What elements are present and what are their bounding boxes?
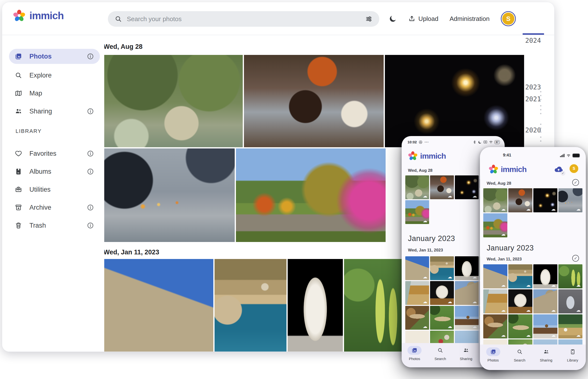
photo-thumbnail-plant[interactable]: [344, 259, 402, 352]
photo-thumbnail-plant[interactable]: [558, 264, 582, 288]
info-icon[interactable]: [87, 204, 94, 211]
nav-item-library[interactable]: Library: [559, 347, 586, 362]
info-icon[interactable]: [87, 108, 94, 115]
photo-thumbnail-bust[interactable]: [533, 264, 557, 288]
timeline-tick-dots: [540, 137, 541, 144]
bottom-navigation-bar: Photos Search Sharing Library: [480, 345, 586, 370]
photo-thumbnail-zoo[interactable]: [483, 188, 507, 212]
select-all-check-icon[interactable]: ✓: [572, 179, 579, 186]
administration-label: Administration: [449, 15, 490, 23]
search-input[interactable]: [127, 15, 360, 23]
nav-item-photos[interactable]: Photos: [480, 347, 506, 362]
nav-item-photos[interactable]: Photos: [402, 346, 427, 361]
nav-icon-slot: [539, 347, 553, 356]
immich-flower-icon: [408, 151, 418, 161]
photo-thumbnail-zoo[interactable]: [405, 175, 429, 199]
user-avatar[interactable]: S: [501, 11, 516, 26]
timeline-year-2024[interactable]: 2024: [522, 37, 544, 44]
wifi-icon: [566, 153, 571, 158]
theme-toggle-moon-icon[interactable]: [389, 15, 397, 23]
photo-thumbnail-autumn[interactable]: [483, 213, 507, 237]
sidebar-item-photos[interactable]: Photos: [9, 49, 100, 64]
immich-logo: immich: [408, 151, 446, 161]
photo-thumbnail-lizard1[interactable]: [405, 306, 429, 330]
month-header: January 2023: [487, 244, 534, 253]
photo-thumbnail-beach[interactable]: [483, 289, 507, 313]
nav-item-search[interactable]: Search: [506, 347, 533, 362]
photo-thumbnail-castle[interactable]: [104, 259, 213, 352]
signal-bars-icon: [560, 154, 564, 157]
photo-thumbnail-dinner[interactable]: [430, 175, 454, 199]
photo-thumbnail-bust[interactable]: [455, 256, 479, 280]
brand-name: immich: [420, 152, 446, 161]
administration-link[interactable]: Administration: [449, 15, 490, 23]
sidebar-item-map[interactable]: Map: [9, 86, 100, 101]
nav-label: Search: [514, 358, 525, 362]
photo-thumbnail-zoo[interactable]: [104, 55, 243, 147]
photo-thumbnail-castle[interactable]: [483, 264, 507, 288]
nav-item-sharing[interactable]: Sharing: [533, 347, 559, 362]
bluetooth-icon: [473, 140, 477, 144]
photo-thumbnail-coast[interactable]: [215, 259, 286, 352]
sidebar-item-explore[interactable]: Explore: [9, 68, 100, 83]
photo-thumbnail-coast[interactable]: [508, 264, 532, 288]
photo-thumbnail-beach[interactable]: [405, 281, 429, 305]
sidebar-item-albums[interactable]: Albums: [9, 164, 100, 179]
nav-label: Search: [434, 357, 446, 361]
search-filter-icon[interactable]: [365, 15, 372, 23]
photo-thumbnail-lizard2[interactable]: [430, 306, 454, 330]
photo-thumbnail-lizard1[interactable]: [483, 314, 507, 338]
sidebar-item-archive[interactable]: Archive: [9, 200, 100, 215]
nav-label: Library: [567, 358, 578, 362]
nav-icon-slot: [566, 347, 580, 356]
info-icon[interactable]: [87, 150, 94, 157]
photo-thumbnail-fireworks[interactable]: [455, 175, 479, 199]
search-bar[interactable]: [108, 11, 379, 27]
sidebar-navigation: Photos Explore Map Sharing LIBRARY Favor…: [2, 35, 104, 351]
select-all-check-icon[interactable]: ✓: [572, 255, 579, 262]
date-group-header: Wed, Jan 11, 2023: [104, 249, 159, 256]
sidebar-item-label: Albums: [29, 168, 79, 175]
nav-item-sharing[interactable]: Sharing: [453, 346, 479, 361]
photo-thumbnail-autumn[interactable]: [236, 148, 386, 242]
photo-thumbnail-fireworks[interactable]: [533, 188, 557, 212]
photo-thumbnail-lizard2[interactable]: [508, 314, 532, 338]
backup-cloud-icon[interactable]: ✓: [554, 164, 563, 174]
photo-thumbnail-ruins[interactable]: [533, 289, 557, 313]
photo-thumbnail-farm[interactable]: [558, 314, 582, 338]
photo-thumbnail-hands[interactable]: [558, 188, 582, 212]
photo-thumbnail-church[interactable]: [533, 314, 557, 338]
photo-thumbnail-ornament[interactable]: [558, 289, 582, 313]
upload-button[interactable]: Upload: [408, 15, 438, 23]
active-pill: [486, 347, 500, 356]
map-icon: [15, 90, 22, 97]
avatar-initial: S: [506, 15, 510, 23]
sidebar-item-utilities[interactable]: Utilities: [9, 182, 100, 197]
info-icon[interactable]: [87, 222, 94, 229]
photo-thumbnail-sculpt[interactable]: [430, 281, 454, 305]
photo-thumbnail-autumn[interactable]: [405, 200, 429, 224]
immich-logo[interactable]: immich: [13, 9, 64, 22]
photo-thumbnail-dinner[interactable]: [508, 188, 532, 212]
photo-thumbnail-bust[interactable]: [288, 259, 343, 352]
photo-thumbnail-coast[interactable]: [430, 256, 454, 280]
user-avatar[interactable]: S: [569, 163, 579, 174]
sidebar-item-sharing[interactable]: Sharing: [9, 104, 100, 119]
photo-thumbnail-castle[interactable]: [405, 256, 429, 280]
info-icon[interactable]: [87, 168, 94, 175]
top-navigation-bar: immich Upload Administration S: [2, 2, 554, 35]
timeline-year-2023[interactable]: 2023: [522, 83, 544, 91]
nav-item-search[interactable]: Search: [427, 346, 453, 361]
sidebar-item-favorites[interactable]: Favorites: [9, 146, 100, 161]
photo-thumbnail-ruins[interactable]: [455, 281, 479, 305]
photo-row: [104, 259, 402, 352]
photo-thumbnail-fireworks[interactable]: [385, 55, 524, 147]
month-header: January 2023: [408, 234, 455, 243]
photo-thumbnail-hands[interactable]: [104, 148, 235, 242]
date-group-header: Wed, Aug 28: [104, 43, 143, 50]
sidebar-item-trash[interactable]: Trash: [9, 218, 100, 233]
info-icon[interactable]: [87, 53, 94, 60]
photo-thumbnail-dinner[interactable]: [244, 55, 384, 147]
photo-thumbnail-sculpt[interactable]: [508, 289, 532, 313]
photo-thumbnail-church[interactable]: [455, 306, 479, 330]
